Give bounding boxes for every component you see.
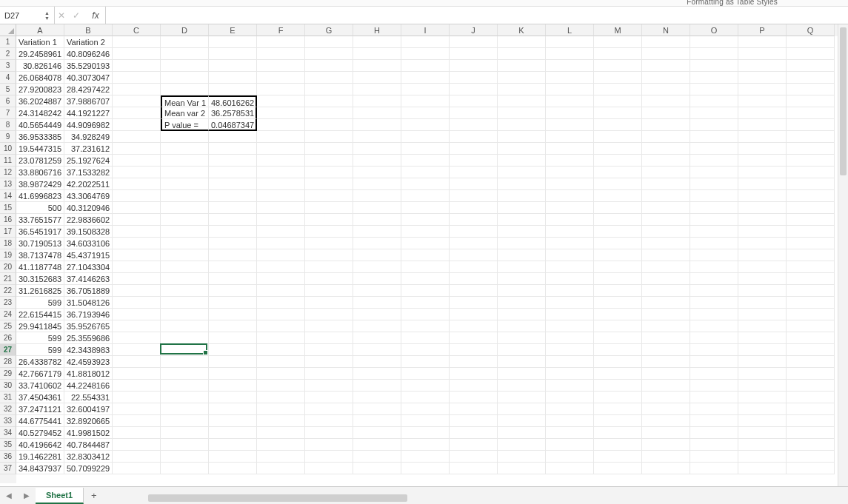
cell[interactable]: 38.7137478 (16, 249, 64, 261)
cell[interactable] (257, 249, 305, 261)
cell[interactable] (305, 202, 353, 214)
cell[interactable] (305, 356, 353, 368)
column-header[interactable]: B (64, 24, 113, 36)
cell[interactable] (594, 344, 642, 356)
cell[interactable] (401, 190, 450, 202)
cell[interactable] (594, 131, 642, 143)
cell[interactable]: 41.8818012 (64, 368, 113, 380)
row-header[interactable]: 16 (0, 214, 16, 226)
cell[interactable] (690, 273, 738, 285)
cell[interactable] (594, 415, 642, 427)
cell[interactable] (113, 36, 161, 48)
cell[interactable] (787, 178, 835, 190)
cell[interactable] (401, 320, 450, 332)
cell[interactable] (498, 332, 546, 344)
column-header[interactable]: G (305, 24, 353, 36)
cell[interactable] (209, 178, 257, 190)
cell[interactable] (498, 60, 546, 72)
cell[interactable] (738, 131, 787, 143)
cell[interactable] (690, 332, 738, 344)
cell[interactable]: 22.9836602 (64, 214, 113, 226)
cell[interactable]: 37.9886707 (64, 95, 113, 107)
cell[interactable] (450, 320, 498, 332)
cell[interactable] (353, 238, 401, 249)
cell[interactable] (450, 178, 498, 190)
cell[interactable] (113, 332, 161, 344)
cell[interactable] (353, 463, 401, 474)
row-header[interactable]: 29 (0, 368, 16, 380)
cell[interactable] (113, 249, 161, 261)
cell[interactable] (642, 226, 690, 238)
cell[interactable] (546, 320, 594, 332)
cell[interactable] (787, 155, 835, 167)
cell[interactable] (594, 463, 642, 474)
cell[interactable] (353, 392, 401, 403)
cell[interactable]: 19.5447315 (16, 143, 64, 155)
cell[interactable] (594, 403, 642, 415)
cell[interactable] (353, 48, 401, 60)
cell[interactable] (498, 368, 546, 380)
row-header[interactable]: 13 (0, 178, 16, 190)
cell[interactable] (113, 95, 161, 107)
cell[interactable] (401, 415, 450, 427)
cell[interactable] (690, 356, 738, 368)
cell[interactable] (305, 36, 353, 48)
cell[interactable] (401, 261, 450, 273)
cell[interactable] (113, 226, 161, 238)
cell[interactable] (738, 403, 787, 415)
cell[interactable] (113, 451, 161, 463)
cell[interactable] (161, 273, 209, 285)
cell[interactable] (498, 439, 546, 451)
cell[interactable] (209, 427, 257, 439)
cell[interactable] (257, 261, 305, 273)
cell[interactable] (401, 392, 450, 403)
column-header[interactable]: J (450, 24, 498, 36)
cell[interactable] (113, 72, 161, 84)
cell[interactable] (546, 131, 594, 143)
cell[interactable] (690, 72, 738, 84)
cell[interactable] (113, 107, 161, 119)
cell[interactable] (161, 36, 209, 48)
cell[interactable] (594, 36, 642, 48)
cell[interactable] (498, 463, 546, 474)
cell[interactable] (305, 155, 353, 167)
cell[interactable] (401, 356, 450, 368)
cell[interactable] (161, 463, 209, 474)
cell[interactable] (401, 36, 450, 48)
cell[interactable] (738, 72, 787, 84)
cell[interactable] (738, 214, 787, 226)
cell[interactable] (642, 344, 690, 356)
cell[interactable]: 599 (16, 344, 64, 356)
cell[interactable] (353, 119, 401, 131)
cell[interactable]: 34.8437937 (16, 463, 64, 474)
cell[interactable] (401, 451, 450, 463)
cell[interactable] (353, 84, 401, 95)
cell[interactable] (787, 380, 835, 392)
cell[interactable]: 0.04687347 (209, 119, 257, 131)
cell[interactable] (305, 95, 353, 107)
cell[interactable] (161, 368, 209, 380)
cell[interactable] (642, 202, 690, 214)
cell[interactable] (209, 202, 257, 214)
cell[interactable] (113, 392, 161, 403)
cell[interactable] (161, 72, 209, 84)
cell[interactable]: 599 (16, 297, 64, 309)
cell[interactable] (738, 107, 787, 119)
cell[interactable] (642, 60, 690, 72)
cell[interactable]: 27.9200823 (16, 84, 64, 95)
row-header[interactable]: 30 (0, 380, 16, 392)
cell[interactable] (642, 356, 690, 368)
cell[interactable] (594, 380, 642, 392)
cell[interactable] (113, 48, 161, 60)
cell[interactable] (690, 131, 738, 143)
add-sheet-button[interactable]: + (84, 490, 104, 501)
cell[interactable]: 23.0781259 (16, 155, 64, 167)
cell[interactable] (498, 178, 546, 190)
cell[interactable] (353, 131, 401, 143)
cell[interactable] (401, 155, 450, 167)
cell[interactable]: Variation 1 (16, 36, 64, 48)
cell[interactable] (690, 320, 738, 332)
cell[interactable] (113, 273, 161, 285)
spreadsheet-grid[interactable]: ABCDEFGHIJKLMNOPQ 1234567891011121314151… (0, 24, 848, 483)
cell[interactable] (642, 273, 690, 285)
